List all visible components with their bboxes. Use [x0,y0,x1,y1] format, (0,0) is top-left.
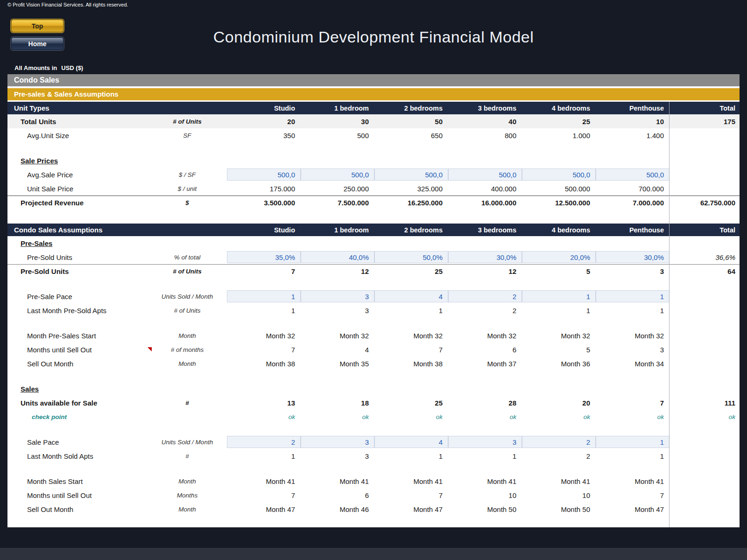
nav-buttons: Top Home [11,20,63,50]
header: Top Home Condominium Development Financi… [0,9,747,62]
app-window: © Profit Vision Financial Services. All … [0,0,747,560]
input-cell[interactable]: 500,0 [522,168,596,181]
currency-label: USD ($) [61,64,83,71]
sheet-row: Sell Out MonthMonthMonth 38Month 35Month… [7,357,740,371]
value-cell: 500.000 [522,182,596,196]
row-label: Pre-Sale Pace [7,289,148,303]
value-cell: 7.000.000 [596,196,669,210]
value-cell [227,236,301,250]
value-cell: Month 50 [522,502,596,516]
unit-label: # of Units [148,265,227,278]
value-cell: ok [448,410,522,424]
unit-label: # [148,396,227,410]
value-cell: 500 [301,128,374,142]
sheet-row: Avg.Unit SizeSF3505006508001.0001.400 [7,128,740,142]
value-cell: 1 [522,303,596,317]
value-cell [596,236,669,250]
total-cell [669,303,740,317]
value-cell: 1 [374,449,448,463]
value-cell: 400.000 [448,182,522,196]
value-cell [448,382,522,396]
input-cell[interactable]: 2 [227,436,301,448]
value-cell: 28 [448,396,522,410]
value-cell: Month 50 [448,502,522,516]
amounts-note: All Amounts inUSD ($) [0,62,747,74]
value-cell: 12 [448,265,522,278]
sheet-row: Sales [7,382,740,396]
value-cell: 12.500.000 [522,196,596,210]
value-cell: Month 41 [448,474,522,488]
column-header-total: Total [669,224,740,236]
value-cell: 6 [448,343,522,357]
value-cell: 7 [374,343,448,357]
input-cell[interactable]: 1 [596,290,669,302]
input-cell[interactable]: 50,0% [374,251,448,263]
row-label: Pre-Sold Units [7,265,148,278]
value-cell: 13 [227,396,301,410]
home-button[interactable]: Home [11,37,63,50]
sheet-row: Sale Prices [7,154,740,168]
value-cell: 3 [596,343,669,357]
subsection-band-label: Pre-sales & Sales Assumptions [14,90,119,98]
input-cell[interactable]: 500,0 [596,168,669,181]
value-cell: 350 [227,128,301,142]
page-title: Condominium Development Financial Model [0,9,747,46]
input-cell[interactable]: 500,0 [374,168,448,181]
column-header-4bedrooms: 4 bedrooms [522,224,596,236]
sheet-row: Last Month Pre-Sold Apts# of Units131211 [7,303,740,317]
value-cell [448,236,522,250]
value-cell [301,154,374,168]
value-cell: Month 35 [301,357,374,371]
input-cell[interactable]: 30,0% [596,251,669,263]
sheet-row: Last Month Sold Apts#131121 [7,449,740,463]
unit-column-header [148,102,227,114]
comment-marker-icon[interactable] [148,347,152,351]
value-cell: Month 41 [227,474,301,488]
total-cell [669,329,740,343]
input-cell[interactable]: 20,0% [522,251,596,263]
input-cell[interactable]: 1 [227,290,301,302]
row-label: Projected Revenue [7,196,148,210]
input-cell[interactable]: 500,0 [301,168,374,181]
input-cell[interactable]: 3 [301,290,374,302]
top-button[interactable]: Top [11,20,63,32]
input-cell[interactable]: 2 [522,436,596,448]
input-cell[interactable]: 2 [448,290,522,302]
unit-label: Month [148,329,227,343]
value-cell: 10 [522,488,596,502]
unit-label [148,410,227,424]
sheet-body: Unit Types Studio 1 bedroom 2 bedrooms 3… [7,102,740,527]
input-cell[interactable]: 1 [522,290,596,302]
value-cell: Month 41 [522,474,596,488]
sheet-row: check pointokokokokokokok [7,410,740,424]
row-label: Pre-Sold Units [7,250,148,264]
value-cell: Month 47 [227,502,301,516]
table-header-condo-sales-assumptions: Condo Sales Assumptions Studio 1 bedroom… [7,224,740,236]
value-cell: 1 [596,303,669,317]
input-cell[interactable]: 3 [448,436,522,448]
unit-label: Month [148,474,227,488]
value-cell: 2 [448,303,522,317]
value-cell: Month 32 [227,329,301,343]
input-cell[interactable]: 30,0% [448,251,522,263]
value-cell: 50 [374,114,448,128]
input-cell[interactable]: 1 [596,436,669,448]
column-header-total: Total [669,102,740,114]
input-cell[interactable]: 40,0% [301,251,374,263]
total-cell [669,449,740,463]
value-cell: Month 32 [596,329,669,343]
input-cell[interactable]: 500,0 [227,168,301,181]
input-cell[interactable]: 4 [374,436,448,448]
input-cell[interactable]: 4 [374,290,448,302]
value-cell: 2 [522,449,596,463]
condo-sales-assumptions-table: Pre-SalesPre-Sold Units% of total35,0%40… [7,236,740,516]
input-cell[interactable]: 3 [301,436,374,448]
value-cell: ok [374,410,448,424]
unit-label [148,236,227,250]
total-cell [669,502,740,516]
value-cell: 16.250.000 [374,196,448,210]
input-cell[interactable]: 35,0% [227,251,301,263]
value-cell: 7 [596,488,669,502]
input-cell[interactable]: 500,0 [448,168,522,181]
value-cell: 175.000 [227,182,301,196]
